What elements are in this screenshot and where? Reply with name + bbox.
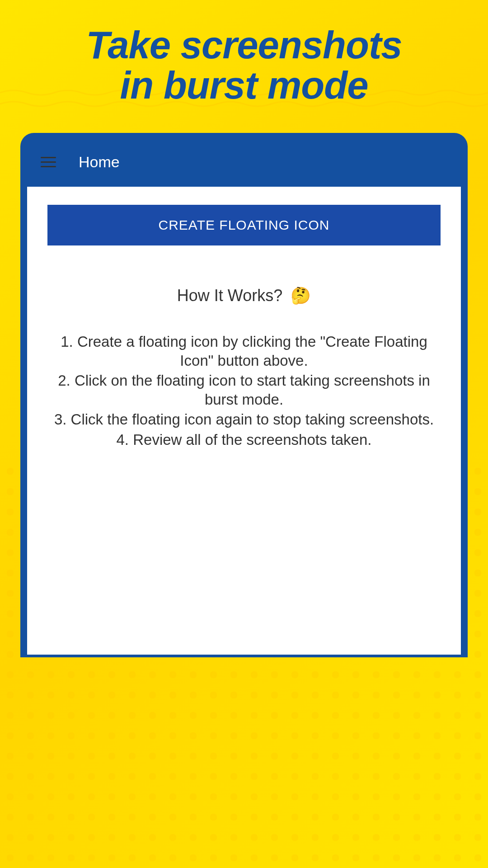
phone-frame: Home CREATE FLOATING ICON How It Works? …: [20, 133, 468, 657]
hero-title: Take screenshots in burst mode: [0, 0, 488, 124]
how-it-works-title: How It Works? 🤔: [47, 286, 441, 305]
page-title: Home: [79, 153, 120, 171]
step-item: 1. Create a floating icon by clicking th…: [47, 332, 441, 370]
app-header: Home: [27, 140, 461, 187]
thinking-emoji-icon: 🤔: [291, 286, 311, 305]
step-item: 4. Review all of the screenshots taken.: [47, 430, 441, 449]
how-it-works-section: How It Works? 🤔 1. Create a floating ico…: [47, 286, 441, 449]
app-content: CREATE FLOATING ICON How It Works? 🤔 1. …: [27, 187, 461, 655]
step-item: 2. Click on the floating icon to start t…: [47, 371, 441, 409]
hamburger-menu-icon[interactable]: [41, 157, 56, 167]
step-item: 3. Click the floating icon again to stop…: [47, 410, 441, 429]
create-floating-icon-button[interactable]: CREATE FLOATING ICON: [47, 205, 441, 245]
steps-list: 1. Create a floating icon by clicking th…: [47, 332, 441, 449]
